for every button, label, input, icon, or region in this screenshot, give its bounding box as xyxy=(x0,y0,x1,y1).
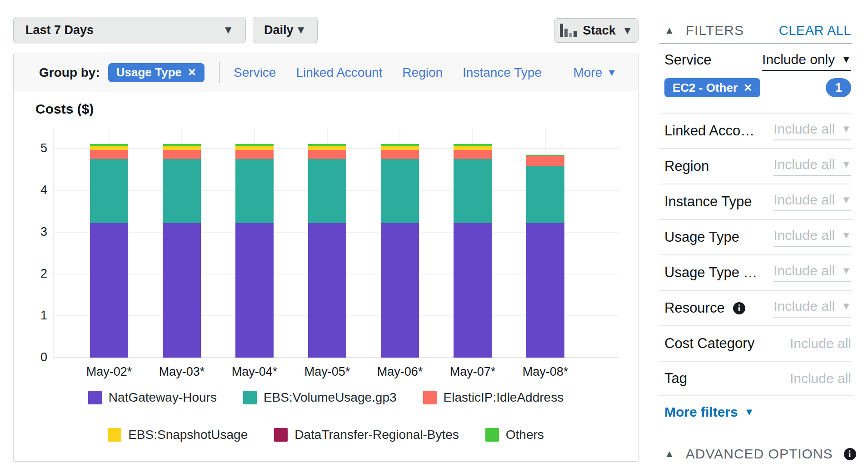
bar-segment-EBS:VolumeUsage.gp3[interactable] xyxy=(163,159,201,223)
y-axis-tick-label: 5 xyxy=(14,141,47,155)
collapse-arrow-icon: ▲ xyxy=(664,448,675,460)
bar-segment-NatGateway-Hours[interactable] xyxy=(381,223,419,358)
x-axis-tick-label: May-03* xyxy=(159,365,205,379)
clear-all-button[interactable]: CLEAR ALL xyxy=(779,23,851,38)
legend-row: EBS:SnapshotUsageDataTransfer-Regional-B… xyxy=(14,428,638,442)
bar-segment-NatGateway-Hours[interactable] xyxy=(235,223,274,358)
filter-label-text: Resource xyxy=(664,300,725,316)
group-by-links: ServiceLinked AccountRegionInstance Type xyxy=(234,65,542,80)
group-by-label: Group by: xyxy=(39,65,100,80)
bar-May-02[interactable] xyxy=(90,144,128,358)
advanced-options-toggle[interactable]: ▲ ADVANCED OPTIONS i xyxy=(664,446,856,462)
bar-segment-ElasticIP:IdleAddress[interactable] xyxy=(90,150,128,159)
y-axis-tick-label: 2 xyxy=(14,267,47,281)
x-axis-tick-label: May-07* xyxy=(450,365,496,379)
bar-segment-NatGateway-Hours[interactable] xyxy=(163,223,201,358)
filter-label: Linked Acco… xyxy=(664,123,754,139)
date-range-dropdown[interactable]: Last 7 Days ▼ xyxy=(13,17,246,43)
bar-segment-EBS:VolumeUsage.gp3[interactable] xyxy=(454,159,492,223)
info-icon[interactable]: i xyxy=(733,302,745,314)
x-axis-tick-label: May-05* xyxy=(304,365,350,379)
legend-row: NatGateway-HoursEBS:VolumeUsage.gp3Elast… xyxy=(14,390,638,405)
filter-include-dropdown[interactable]: Include all▼ xyxy=(773,228,851,247)
service-include-only-dropdown[interactable]: Include only ▼ xyxy=(762,52,851,71)
filters-sidebar: ▲ FILTERS CLEAR ALL Service Include only… xyxy=(659,0,868,468)
bar-segment-EBS:SnapshotUsage[interactable] xyxy=(235,146,274,150)
legend-label: ElasticIP:IdleAddress xyxy=(444,390,564,405)
group-by-link-instance-type[interactable]: Instance Type xyxy=(463,65,542,80)
group-by-link-service[interactable]: Service xyxy=(234,65,276,80)
bar-segment-NatGateway-Hours[interactable] xyxy=(526,223,564,358)
filter-row: Instance TypeInclude all▼ xyxy=(659,184,852,219)
filter-include-dropdown[interactable]: Include all▼ xyxy=(773,157,851,176)
chevron-down-icon: ▼ xyxy=(622,25,633,36)
bar-segment-NatGateway-Hours[interactable] xyxy=(308,223,346,358)
bar-May-06[interactable] xyxy=(381,144,419,358)
legend-item-ElasticIP:IdleAddress: ElasticIP:IdleAddress xyxy=(423,390,564,405)
filter-include-dropdown[interactable]: Include all▼ xyxy=(773,192,851,211)
group-by-more-dropdown[interactable]: More ▼ xyxy=(573,65,617,80)
bar-segment-EBS:SnapshotUsage[interactable] xyxy=(308,146,346,150)
bar-segment-EBS:SnapshotUsage[interactable] xyxy=(454,146,492,150)
bar-segment-EBS:SnapshotUsage[interactable] xyxy=(163,146,201,150)
bar-segment-ElasticIP:IdleAddress[interactable] xyxy=(454,150,492,159)
filter-include-dropdown[interactable]: Include all▼ xyxy=(773,299,851,318)
granularity-dropdown[interactable]: Daily ▼ xyxy=(253,17,318,43)
more-filters-button[interactable]: More filters ▼ xyxy=(664,404,754,420)
filter-include-dropdown[interactable]: Include all▼ xyxy=(773,263,851,282)
info-icon[interactable]: i xyxy=(844,448,856,460)
filter-label-text: Tag xyxy=(664,370,687,387)
bar-May-08[interactable] xyxy=(526,155,564,358)
filter-label-text: Region xyxy=(664,158,709,174)
bar-segment-ElasticIP:IdleAddress[interactable] xyxy=(163,150,201,159)
filter-include-value: Include all xyxy=(773,263,835,279)
service-filter-chip-ec2-other[interactable]: EC2 - Other ✕ xyxy=(664,78,760,97)
bar-segment-NatGateway-Hours[interactable] xyxy=(454,223,492,358)
bar-May-04[interactable] xyxy=(235,144,274,358)
bar-segment-EBS:SnapshotUsage[interactable] xyxy=(90,146,128,150)
x-axis-tick-label: May-08* xyxy=(523,365,569,379)
x-axis-tick-label: May-02* xyxy=(86,365,132,379)
filter-include-dropdown[interactable]: Include all▼ xyxy=(773,121,851,140)
filter-label: Resourcei xyxy=(664,300,745,316)
bar-segment-EBS:VolumeUsage.gp3[interactable] xyxy=(526,166,564,223)
bar-segment-EBS:VolumeUsage.gp3[interactable] xyxy=(90,159,128,223)
bar-May-03[interactable] xyxy=(163,144,201,358)
bar-segment-ElasticIP:IdleAddress[interactable] xyxy=(381,150,419,159)
filter-include-dropdown[interactable]: Include all xyxy=(790,336,851,351)
filter-include-value: Include all xyxy=(773,121,835,137)
legend-label: Others xyxy=(506,428,544,442)
bar-segment-EBS:SnapshotUsage[interactable] xyxy=(381,146,419,150)
close-icon[interactable]: ✕ xyxy=(188,66,196,79)
legend-item-EBS:VolumeUsage.gp3: EBS:VolumeUsage.gp3 xyxy=(243,390,397,405)
group-by-bar: Group by: Usage Type ✕ ServiceLinked Acc… xyxy=(14,54,638,91)
advanced-options-label: ADVANCED OPTIONS xyxy=(686,446,833,462)
bar-May-05[interactable] xyxy=(308,144,346,358)
bar-segment-NatGateway-Hours[interactable] xyxy=(90,223,128,358)
chart-card: Group by: Usage Type ✕ ServiceLinked Acc… xyxy=(13,54,639,462)
filter-include-value: Include all xyxy=(790,336,851,351)
chart-style-dropdown[interactable]: Stack ▼ xyxy=(554,18,639,43)
filter-include-dropdown[interactable]: Include all xyxy=(790,371,851,386)
bar-segment-EBS:VolumeUsage.gp3[interactable] xyxy=(308,159,346,223)
filter-label: Cost Category xyxy=(664,335,754,352)
filters-collapse-toggle[interactable]: ▲ FILTERS xyxy=(664,23,744,38)
close-icon[interactable]: ✕ xyxy=(743,82,752,94)
stack-chart-icon xyxy=(560,24,577,37)
chevron-down-icon: ▼ xyxy=(295,25,306,35)
filter-label: Instance Type xyxy=(664,194,752,210)
chevron-down-icon: ▼ xyxy=(841,230,851,240)
group-by-link-linked-account[interactable]: Linked Account xyxy=(296,65,382,80)
collapse-arrow-icon: ▲ xyxy=(664,25,675,36)
bar-May-07[interactable] xyxy=(454,144,492,358)
filter-row: Usage TypeInclude all▼ xyxy=(659,219,852,254)
filter-label-text: Cost Category xyxy=(664,335,754,352)
chart-style-value: Stack xyxy=(583,24,616,38)
bar-segment-ElasticIP:IdleAddress[interactable] xyxy=(235,150,274,159)
group-by-link-region[interactable]: Region xyxy=(402,65,443,80)
group-by-chip-usage-type[interactable]: Usage Type ✕ xyxy=(108,63,205,82)
bar-segment-EBS:VolumeUsage.gp3[interactable] xyxy=(381,159,419,223)
bar-segment-ElasticIP:IdleAddress[interactable] xyxy=(308,150,346,159)
bar-segment-EBS:VolumeUsage.gp3[interactable] xyxy=(235,159,274,223)
bar-segment-ElasticIP:IdleAddress[interactable] xyxy=(526,156,564,166)
